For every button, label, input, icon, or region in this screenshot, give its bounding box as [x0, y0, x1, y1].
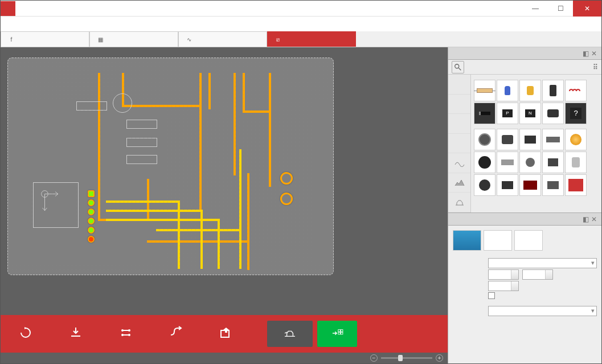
home-icon: f	[7, 36, 16, 42]
location-x-input[interactable]	[488, 269, 519, 280]
part-transistor-pnp[interactable]: P	[497, 103, 518, 124]
trace	[199, 73, 202, 210]
bin-parallax[interactable]	[448, 134, 470, 154]
trace	[106, 210, 203, 212]
autoroute-button[interactable]	[151, 315, 201, 353]
trace	[98, 73, 100, 221]
trace	[234, 73, 236, 175]
bin-mine[interactable]	[448, 95, 470, 114]
tab-pcb[interactable]: ⎚	[267, 31, 356, 47]
adxl-pad[interactable]	[88, 208, 95, 215]
part-tactile[interactable]	[519, 152, 541, 173]
part-breakout[interactable]	[565, 174, 587, 196]
pot-pad-a[interactable]	[280, 172, 293, 185]
location-y-input[interactable]	[522, 269, 553, 280]
part-rotary[interactable]	[474, 174, 495, 196]
trace	[239, 149, 241, 269]
rotate-button[interactable]	[1, 315, 51, 353]
autoroute-icon	[169, 326, 183, 340]
share-icon	[331, 328, 343, 338]
part-tilt[interactable]	[565, 152, 587, 173]
zoom-in-button[interactable]: +	[436, 354, 443, 362]
component-round-outline	[113, 93, 132, 113]
inspector-thumb-pcb[interactable]	[514, 230, 543, 251]
minimize-button[interactable]: —	[523, 1, 548, 17]
type-select[interactable]	[488, 306, 597, 316]
part-resistor[interactable]	[474, 80, 495, 101]
both-layers-button[interactable]	[101, 315, 151, 353]
parts-bin-sidebar	[448, 75, 471, 212]
pcb-layer-select[interactable]	[488, 258, 597, 268]
part-transistor-npn[interactable]: N	[519, 103, 541, 124]
adxl-pad[interactable]	[88, 199, 95, 206]
part-capacitor-electrolytic[interactable]	[542, 80, 564, 101]
inspector-panel-header[interactable]: ◧✕	[448, 213, 601, 226]
fabricate-button[interactable]	[267, 321, 313, 347]
part-capacitor-ceramic[interactable]	[497, 80, 518, 101]
close-panel-icon[interactable]: ✕	[591, 50, 597, 58]
bin-arduino[interactable]	[448, 114, 470, 134]
part-seven-seg[interactable]	[519, 174, 541, 196]
rotation-input[interactable]	[488, 281, 519, 291]
adxl-pad[interactable]	[88, 190, 95, 197]
adxl-pad[interactable]	[88, 227, 95, 234]
pot-pad-b[interactable]	[280, 193, 293, 205]
pcb-canvas[interactable]	[1, 47, 448, 315]
close-inspector-icon[interactable]: ✕	[591, 215, 597, 223]
search-icon	[454, 63, 462, 71]
zoom-out-button[interactable]: −	[370, 354, 378, 362]
search-parts-button[interactable]	[452, 61, 464, 73]
maximize-button[interactable]: ☐	[548, 1, 573, 17]
part-connector[interactable]	[542, 174, 564, 196]
export-pcb-button[interactable]	[201, 315, 251, 353]
part-ic[interactable]	[497, 174, 518, 196]
part-potentiometer[interactable]	[497, 129, 518, 150]
pcb-board[interactable]	[7, 58, 334, 275]
part-relay[interactable]	[542, 103, 564, 124]
undock-inspector-icon[interactable]: ◧	[583, 215, 589, 223]
parts-panel-header[interactable]: ◧✕	[448, 47, 601, 60]
part-rotary-encoder[interactable]	[474, 152, 495, 173]
part-capacitor-tantalum[interactable]	[519, 80, 541, 101]
share-button[interactable]	[317, 321, 357, 347]
trace	[200, 210, 203, 269]
inspector-thumb-schematic[interactable]	[484, 230, 512, 251]
bin-extra1[interactable]	[448, 153, 470, 173]
trace	[147, 240, 249, 243]
zoom-slider[interactable]	[381, 357, 432, 359]
svg-point-4	[128, 334, 130, 336]
part-diode[interactable]	[474, 103, 495, 124]
close-button[interactable]: ✕	[573, 1, 601, 17]
part-inductor[interactable]	[565, 80, 587, 101]
tab-breadboard[interactable]: ▦	[89, 31, 178, 47]
part-encoder[interactable]	[474, 129, 495, 150]
trace	[122, 73, 124, 107]
bin-core[interactable]	[448, 75, 470, 95]
svg-rect-6	[338, 330, 341, 332]
trace	[243, 73, 245, 113]
trace	[218, 219, 220, 269]
trace	[269, 73, 271, 187]
part-slide-switch[interactable]	[542, 129, 564, 150]
bin-menu-icon[interactable]: ⠿	[593, 63, 598, 71]
locked-checkbox[interactable]	[488, 292, 495, 299]
part-mystery[interactable]: ?	[565, 103, 587, 124]
undock-icon[interactable]: ◧	[583, 50, 589, 58]
inspector-thumb-breadboard[interactable]	[453, 230, 481, 251]
export-icon	[219, 326, 233, 340]
adxl-pad[interactable]	[88, 236, 95, 243]
bin-extra2[interactable]	[448, 173, 470, 193]
zoom-slider-knob[interactable]	[398, 355, 403, 361]
bin-extra3[interactable]	[448, 193, 470, 212]
tab-welcome[interactable]: f	[1, 31, 89, 47]
tab-schematic[interactable]: ∿	[178, 31, 267, 47]
adxl-pad[interactable]	[88, 218, 95, 224]
part-dip-switch[interactable]	[497, 152, 518, 173]
svg-rect-8	[338, 332, 341, 334]
part-pushbutton[interactable]	[519, 129, 541, 150]
trace	[122, 105, 202, 107]
resistor-r6-outline	[76, 101, 107, 111]
part-piezo[interactable]	[565, 129, 587, 150]
part-toggle[interactable]	[542, 152, 564, 173]
view-from-button[interactable]	[51, 315, 101, 353]
